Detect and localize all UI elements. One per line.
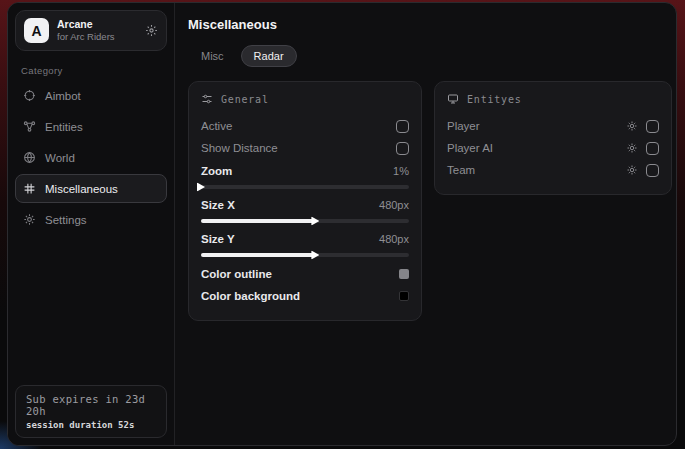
app-window: A Arcane for Arc Riders Category xyxy=(7,2,677,446)
slider-value: 1% xyxy=(393,165,409,177)
app-name: Arcane xyxy=(57,18,137,31)
tab-bar: Misc Radar xyxy=(188,45,672,67)
entities-panel-title: Entityes xyxy=(467,94,522,105)
sliders-icon xyxy=(201,93,213,105)
slider-thumb[interactable] xyxy=(311,217,319,226)
entity-gear-icon[interactable] xyxy=(626,164,638,176)
entity-label: Team xyxy=(447,164,475,176)
sidebar-nav: Aimbot Entities World xyxy=(8,80,174,235)
entity-row-team: Team xyxy=(447,159,659,181)
show-distance-checkbox[interactable] xyxy=(396,142,409,155)
entity-gear-icon[interactable] xyxy=(626,120,638,132)
entities-panel: Entityes Player Pl xyxy=(434,81,672,195)
tab-radar[interactable]: Radar xyxy=(241,45,297,67)
color-label: Color outline xyxy=(201,268,272,280)
color-outline-swatch[interactable] xyxy=(399,269,409,279)
sidebar-item-world[interactable]: World xyxy=(15,143,167,172)
color-row-outline: Color outline xyxy=(201,263,409,285)
slider-label: Zoom xyxy=(201,165,232,177)
sidebar-item-label: World xyxy=(45,152,75,164)
category-label: Category xyxy=(21,65,174,76)
color-row-background: Color background xyxy=(201,285,409,307)
entity-row-player-ai: Player AI xyxy=(447,137,659,159)
general-panel-title: General xyxy=(221,94,269,105)
sidebar-item-label: Settings xyxy=(45,214,87,226)
entity-gear-icon[interactable] xyxy=(626,142,638,154)
general-panel: General Active Show Distance Zoom 1% xyxy=(188,81,422,321)
panels-row: General Active Show Distance Zoom 1% xyxy=(188,81,672,321)
slider-row-zoom: Zoom 1% xyxy=(201,161,409,189)
team-checkbox[interactable] xyxy=(646,164,659,177)
size-x-slider[interactable] xyxy=(201,219,409,223)
slider-value: 480px xyxy=(379,199,409,211)
entity-row-player: Player xyxy=(447,115,659,137)
toggle-label: Active xyxy=(201,120,232,132)
toggle-label: Show Distance xyxy=(201,142,278,154)
slider-row-size-x: Size X 480px xyxy=(201,195,409,223)
gear-icon[interactable] xyxy=(145,24,158,37)
globe-icon xyxy=(23,151,36,164)
sub-expiry-text: Sub expires in 23d 20h xyxy=(26,393,156,417)
slider-thumb[interactable] xyxy=(311,251,319,260)
gear-icon xyxy=(23,213,36,226)
app-logo: A xyxy=(24,18,49,43)
zoom-slider[interactable] xyxy=(201,185,409,189)
slider-label: Size Y xyxy=(201,233,235,245)
size-y-slider[interactable] xyxy=(201,253,409,257)
app-subtitle: for Arc Riders xyxy=(57,31,137,43)
subscription-card: Sub expires in 23d 20h session duration … xyxy=(15,385,167,438)
active-checkbox[interactable] xyxy=(396,120,409,133)
sidebar-item-label: Aimbot xyxy=(45,90,81,102)
sidebar: A Arcane for Arc Riders Category xyxy=(8,3,175,445)
main-content: Miscellaneous Misc Radar General Active xyxy=(175,3,677,445)
session-duration-text: session duration 52s xyxy=(26,420,156,430)
toggle-row-show-distance: Show Distance xyxy=(201,137,409,159)
sidebar-item-miscellaneous[interactable]: Miscellaneous xyxy=(15,174,167,203)
tab-misc[interactable]: Misc xyxy=(188,45,237,67)
slider-value: 480px xyxy=(379,233,409,245)
sidebar-item-aimbot[interactable]: Aimbot xyxy=(15,81,167,110)
sidebar-item-label: Miscellaneous xyxy=(45,183,118,195)
toggle-row-active: Active xyxy=(201,115,409,137)
entity-label: Player AI xyxy=(447,142,493,154)
nodes-icon xyxy=(23,120,36,133)
page-title: Miscellaneous xyxy=(188,17,672,32)
player-checkbox[interactable] xyxy=(646,120,659,133)
sidebar-item-settings[interactable]: Settings xyxy=(15,205,167,234)
monitor-icon xyxy=(447,93,459,105)
app-header-card: A Arcane for Arc Riders xyxy=(15,10,167,51)
crosshair-icon xyxy=(23,89,36,102)
slider-label: Size X xyxy=(201,199,235,211)
slider-row-size-y: Size Y 480px xyxy=(201,229,409,257)
entities-panel-header: Entityes xyxy=(447,93,659,105)
color-label: Color background xyxy=(201,290,300,302)
sidebar-item-entities[interactable]: Entities xyxy=(15,112,167,141)
entity-label: Player xyxy=(447,120,480,132)
slider-thumb[interactable] xyxy=(197,183,205,192)
player-ai-checkbox[interactable] xyxy=(646,142,659,155)
grid-icon xyxy=(23,182,36,195)
color-background-swatch[interactable] xyxy=(399,291,409,301)
sidebar-item-label: Entities xyxy=(45,121,83,133)
general-panel-header: General xyxy=(201,93,409,105)
